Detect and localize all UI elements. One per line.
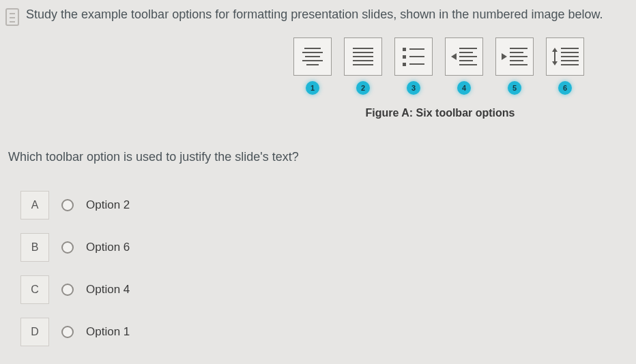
option-b-row[interactable]: B Option 6	[20, 233, 130, 262]
answer-options: A Option 2 B Option 6 C Option 4 D Optio…	[20, 191, 130, 346]
toolbar-option-3-bullets-icon	[394, 37, 433, 76]
toolbar-option-5-increase-indent-icon	[495, 37, 534, 76]
option-label: Option 4	[86, 283, 130, 297]
figure-badge-1: 1	[306, 81, 319, 95]
option-letter: C	[20, 275, 49, 304]
figure-badge-6: 6	[558, 81, 572, 95]
option-a-row[interactable]: A Option 2	[20, 191, 130, 219]
option-letter: B	[20, 233, 49, 262]
figure-badge-2: 2	[356, 81, 370, 95]
figure-badge-4: 4	[457, 81, 471, 95]
option-letter: A	[20, 191, 49, 219]
option-label: Option 6	[86, 241, 130, 254]
toolbar-option-2-justify-icon	[344, 37, 382, 76]
figure-caption: Figure A: Six toolbar options	[293, 107, 587, 119]
figure-badge-5: 5	[508, 81, 521, 95]
figure-a: 1 2 3 4 5 6 Figure A: Six toolbar option…	[293, 37, 628, 119]
radio-icon[interactable]	[61, 284, 74, 296]
option-c-row[interactable]: C Option 4	[20, 275, 130, 304]
radio-icon[interactable]	[61, 326, 74, 338]
bookmark-icon	[5, 8, 19, 26]
option-label: Option 2	[86, 198, 130, 212]
option-d-row[interactable]: D Option 1	[20, 318, 130, 346]
toolbar-option-4-decrease-indent-icon	[445, 37, 483, 76]
question-text: Which toolbar option is used to justify …	[8, 150, 299, 164]
instruction-text: Study the example toolbar options for fo…	[26, 7, 603, 22]
figure-badge-3: 3	[407, 81, 420, 95]
toolbar-option-6-line-spacing-icon	[546, 37, 584, 76]
option-letter: D	[20, 318, 49, 346]
radio-icon[interactable]	[61, 241, 74, 254]
option-label: Option 1	[86, 325, 130, 339]
toolbar-option-1-center-align-icon	[293, 37, 332, 76]
radio-icon[interactable]	[61, 199, 74, 211]
